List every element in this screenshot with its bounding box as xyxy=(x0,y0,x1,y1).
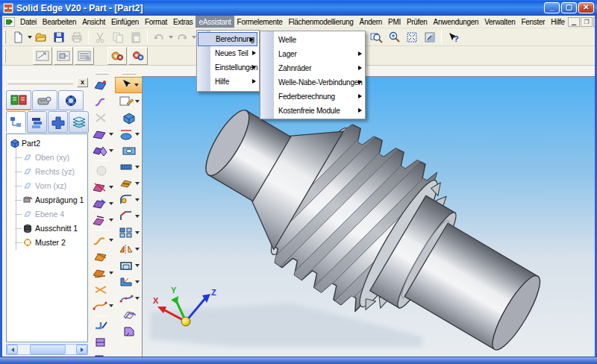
menu-item-hilfe[interactable]: Hilfe xyxy=(197,75,259,89)
curve-by-table-button[interactable] xyxy=(91,232,113,248)
mdi-restore-button[interactable]: ❐ xyxy=(581,17,593,27)
dropdown-caret[interactable] xyxy=(135,100,140,103)
maximize-button[interactable]: ▢ xyxy=(561,2,577,13)
cross-curve-button[interactable] xyxy=(91,281,113,298)
menu-format[interactable]: Format xyxy=(142,16,170,28)
dropdown-caret[interactable] xyxy=(109,186,113,189)
tab-feature-library[interactable] xyxy=(6,90,31,110)
new-document-button[interactable] xyxy=(9,29,27,46)
menu-verwalten[interactable]: Verwalten xyxy=(481,16,518,28)
menu-item-neues-teil[interactable]: Neues Teil xyxy=(197,46,259,60)
dropdown-caret[interactable] xyxy=(135,166,140,169)
scroll-right-button[interactable] xyxy=(76,345,87,354)
submenu-item-zahnraeder[interactable]: Zahnräder xyxy=(260,61,365,75)
menu-pruefen[interactable]: Prüfen xyxy=(404,16,431,28)
tree-item-ausschnitt-1[interactable]: Ausschnitt 1 xyxy=(8,222,78,235)
dropdown-caret[interactable] xyxy=(135,215,140,218)
dropdown-caret[interactable] xyxy=(135,280,140,283)
round-button[interactable] xyxy=(115,192,143,208)
save-button[interactable] xyxy=(50,29,68,46)
menu-pmi[interactable]: PMI xyxy=(385,16,404,28)
zoom-area-button[interactable] xyxy=(367,29,385,46)
trim-surface-button[interactable] xyxy=(91,179,113,195)
thread-button[interactable] xyxy=(115,159,143,175)
sketch-button[interactable] xyxy=(115,93,143,110)
dropdown-caret[interactable] xyxy=(109,149,113,152)
submenu-item-lager[interactable]: Lager xyxy=(260,47,365,61)
menu-eassistant[interactable]: eAssistant xyxy=(196,16,234,28)
tree-item-auspraegung-1[interactable]: Ausprägung 1 xyxy=(8,193,84,207)
dropdown-caret[interactable] xyxy=(109,202,113,205)
tree-item-rechts-yz[interactable]: Rechts (yz) xyxy=(8,165,75,178)
viewport-canvas[interactable]: X Y Z xyxy=(143,77,595,357)
menu-fenster[interactable]: Fenster xyxy=(518,16,548,28)
menu-bearbeiten[interactable]: Bearbeiten xyxy=(40,16,79,28)
toolbar-grip[interactable] xyxy=(4,31,6,44)
dropdown-caret[interactable] xyxy=(135,198,140,201)
submenu-item-federberechnung[interactable]: Federberechnung xyxy=(260,90,365,104)
simplify-button[interactable] xyxy=(115,323,143,339)
eassistant-gears-1-button[interactable] xyxy=(107,47,127,65)
toolbar-grip[interactable] xyxy=(4,49,6,63)
mirror-copy-button[interactable] xyxy=(115,241,143,257)
dropdown-caret[interactable] xyxy=(135,248,140,251)
tab-used-sketches[interactable] xyxy=(69,111,89,133)
keypoint-curve-button[interactable] xyxy=(91,298,113,314)
open-button[interactable] xyxy=(32,29,50,46)
scroll-thumb[interactable] xyxy=(30,345,66,354)
menu-anwendungen[interactable]: Anwendungen xyxy=(431,16,482,28)
mdi-minimize-button[interactable]: ▁ xyxy=(568,17,580,27)
tab-ecomponents[interactable] xyxy=(58,90,84,110)
extruded-surface-button[interactable] xyxy=(91,126,113,142)
submenu-item-welle[interactable]: Welle xyxy=(260,33,365,47)
tree-item-oben-xy[interactable]: Oben (xy) xyxy=(8,151,69,164)
swept-curve-button[interactable] xyxy=(91,93,113,110)
split-surface-button[interactable] xyxy=(91,334,113,351)
stitched-surface-button[interactable] xyxy=(91,142,113,159)
tab-feature-pathfinder[interactable] xyxy=(6,111,26,133)
lip-button[interactable] xyxy=(115,290,143,307)
protrusion-button[interactable] xyxy=(115,110,143,126)
pattern-button[interactable] xyxy=(115,225,143,241)
edgebar-close-button[interactable]: x xyxy=(77,78,88,87)
view-manager-button[interactable] xyxy=(421,29,439,46)
menu-einfuegen[interactable]: Einfügen xyxy=(108,16,142,28)
tree-item-ebene-4[interactable]: Ebene 4 xyxy=(8,207,64,221)
offset-surface-button[interactable] xyxy=(91,212,113,228)
submenu-item-welle-nabe-verbindungen[interactable]: Welle-Nabe-Verbindungen xyxy=(260,75,365,90)
tree-horizontal-scrollbar[interactable] xyxy=(6,344,88,355)
thin-wall-button[interactable] xyxy=(115,257,143,274)
scroll-track[interactable] xyxy=(66,345,76,354)
minimize-button[interactable]: _ xyxy=(544,2,560,13)
toolbar-grip[interactable] xyxy=(96,72,109,75)
menu-item-berechnung[interactable]: Berechnung xyxy=(198,32,257,46)
menu-item-einstellungen[interactable]: Einstellungen xyxy=(197,60,259,75)
eassistant-tool-3-button[interactable] xyxy=(75,47,94,65)
menu-hilfe[interactable]: Hilfe xyxy=(548,16,568,28)
menu-flaechenmodellierung[interactable]: Flächenmodellierung xyxy=(285,16,356,28)
tree-item-vorn-xz[interactable]: Vorn (xz) xyxy=(8,179,66,192)
dropdown-caret[interactable] xyxy=(135,133,140,136)
eassistant-tool-2-button[interactable] xyxy=(54,47,73,65)
revolved-protrusion-button[interactable] xyxy=(115,126,143,142)
toolbar-grip[interactable] xyxy=(122,72,136,75)
dropdown-caret[interactable] xyxy=(134,84,139,87)
dropdown-caret[interactable] xyxy=(109,304,113,307)
replace-face-button[interactable] xyxy=(91,195,113,212)
tab-layers[interactable] xyxy=(27,111,47,133)
model-viewport[interactable]: X Y Z xyxy=(142,76,595,357)
zoom-button[interactable] xyxy=(385,29,403,46)
dropdown-caret[interactable] xyxy=(135,231,140,234)
menu-aendern[interactable]: Ändern xyxy=(357,16,385,28)
menu-ansicht[interactable]: Ansicht xyxy=(79,16,108,28)
project-curve-button[interactable] xyxy=(91,248,113,265)
menu-datei[interactable]: Datei xyxy=(17,16,40,28)
dropdown-caret[interactable] xyxy=(135,297,140,300)
tree-item-muster-2[interactable]: Muster 2 xyxy=(8,236,66,249)
chamfer-button[interactable] xyxy=(115,208,143,225)
fit-button[interactable] xyxy=(403,29,421,46)
dropdown-caret[interactable] xyxy=(135,264,140,267)
thicken-button[interactable] xyxy=(115,307,143,323)
derived-curve-button[interactable] xyxy=(91,318,113,334)
slot-button[interactable] xyxy=(115,175,143,192)
